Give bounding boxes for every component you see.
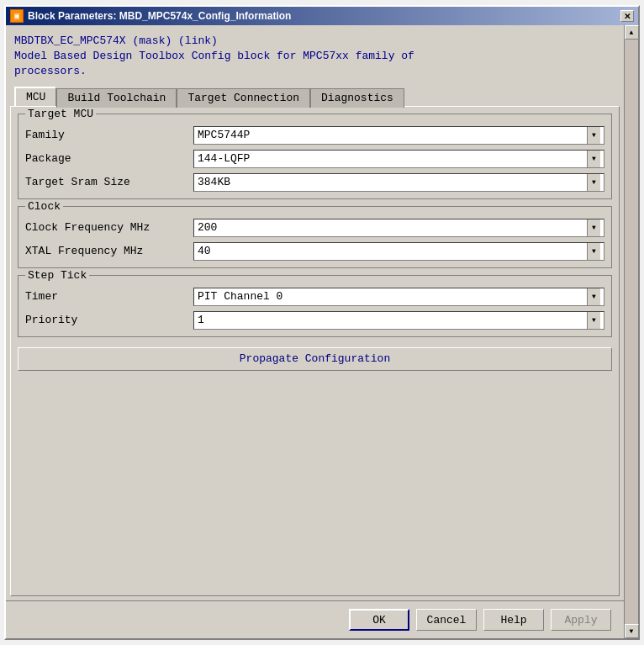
sram-dropdown-arrow: ▼ [587,174,600,191]
priority-label: Priority [25,314,193,326]
tab-mcu[interactable]: MCU [14,87,56,106]
sram-select[interactable]: 384KB ▼ [193,173,604,192]
tabs-container: MCU Build Toolchain Target Connection Di… [10,87,620,106]
xtal-freq-value: 40 [198,245,587,257]
sram-row: Target Sram Size 384KB ▼ [25,173,604,192]
clock-freq-dropdown-arrow: ▼ [587,219,600,236]
clock-freq-select[interactable]: 200 ▼ [193,219,604,237]
priority-select[interactable]: 1 ▼ [193,311,604,330]
priority-dropdown-arrow: ▼ [587,312,600,329]
close-button[interactable]: ✕ [620,10,634,22]
scroll-up-button[interactable]: ▲ [625,25,639,40]
mcu-panel: Target MCU Family MPC5744P ▼ Package [10,106,620,596]
package-dropdown-arrow: ▼ [587,151,600,167]
description-line1: MBDTBX_EC_MPC574X (mask) (link) [14,34,615,49]
scroll-down-button[interactable]: ▼ [625,624,639,638]
step-tick-label: Step Tick [25,269,89,282]
family-label: Family [25,129,193,141]
cancel-button[interactable]: Cancel [416,609,477,631]
package-label: Package [25,152,193,165]
description-block: MBDTBX_EC_MPC574X (mask) (link) Model Ba… [10,29,620,87]
scroll-track [625,40,638,624]
clock-freq-label: Clock Frequency MHz [25,221,193,234]
main-window: ▣ Block Parameters: MBD_MPC574x_Config_I… [4,5,640,640]
package-select[interactable]: 144-LQFP ▼ [193,150,604,168]
package-row: Package 144-LQFP ▼ [25,150,604,168]
sram-value: 384KB [198,176,587,188]
scrollbar: ▲ ▼ [624,25,638,638]
tab-target-connection[interactable]: Target Connection [177,88,310,108]
xtal-freq-dropdown-arrow: ▼ [587,243,600,260]
window-icon: ▣ [10,9,24,23]
tab-build-toolchain[interactable]: Build Toolchain [56,88,177,108]
timer-select[interactable]: PIT Channel 0 ▼ [193,288,604,306]
clock-freq-row: Clock Frequency MHz 200 ▼ [25,219,604,237]
propagate-config-button[interactable]: Propagate Configuration [18,347,612,371]
title-bar-left: ▣ Block Parameters: MBD_MPC574x_Config_I… [10,9,291,23]
spacer [18,378,612,589]
xtal-freq-row: XTAL Frequency MHz 40 ▼ [25,242,604,261]
timer-label: Timer [25,290,193,303]
step-tick-group: Step Tick Timer PIT Channel 0 ▼ Priority [18,275,612,337]
sram-label: Target Sram Size [25,176,193,188]
bottom-button-bar: OK Cancel Help Apply [6,600,624,638]
timer-dropdown-arrow: ▼ [587,288,600,305]
help-button[interactable]: Help [483,609,544,631]
priority-row: Priority 1 ▼ [25,311,604,330]
family-row: Family MPC5744P ▼ [25,126,604,145]
clock-group-label: Clock [25,200,63,213]
description-line3: processors. [14,64,615,79]
window-title: Block Parameters: MBD_MPC574x_Config_Inf… [28,10,291,22]
apply-button[interactable]: Apply [551,609,611,631]
tab-diagnostics[interactable]: Diagnostics [310,88,404,108]
family-dropdown-arrow: ▼ [587,127,600,144]
timer-row: Timer PIT Channel 0 ▼ [25,288,604,306]
xtal-freq-label: XTAL Frequency MHz [25,245,193,257]
priority-value: 1 [198,314,587,326]
ok-button[interactable]: OK [349,609,409,631]
target-mcu-group: Target MCU Family MPC5744P ▼ Package [18,114,612,199]
clock-freq-value: 200 [198,221,587,234]
family-value: MPC5744P [198,129,587,141]
timer-value: PIT Channel 0 [198,290,587,303]
target-mcu-label: Target MCU [25,108,96,120]
clock-group: Clock Clock Frequency MHz 200 ▼ XTAL Fre… [18,206,612,268]
package-value: 144-LQFP [198,152,587,165]
description-line2: Model Based Design Toolbox Config block … [14,49,615,64]
family-select[interactable]: MPC5744P ▼ [193,126,604,145]
xtal-freq-select[interactable]: 40 ▼ [193,242,604,261]
title-bar: ▣ Block Parameters: MBD_MPC574x_Config_I… [6,7,638,25]
content-area: MBDTBX_EC_MPC574X (mask) (link) Model Ba… [6,25,638,600]
